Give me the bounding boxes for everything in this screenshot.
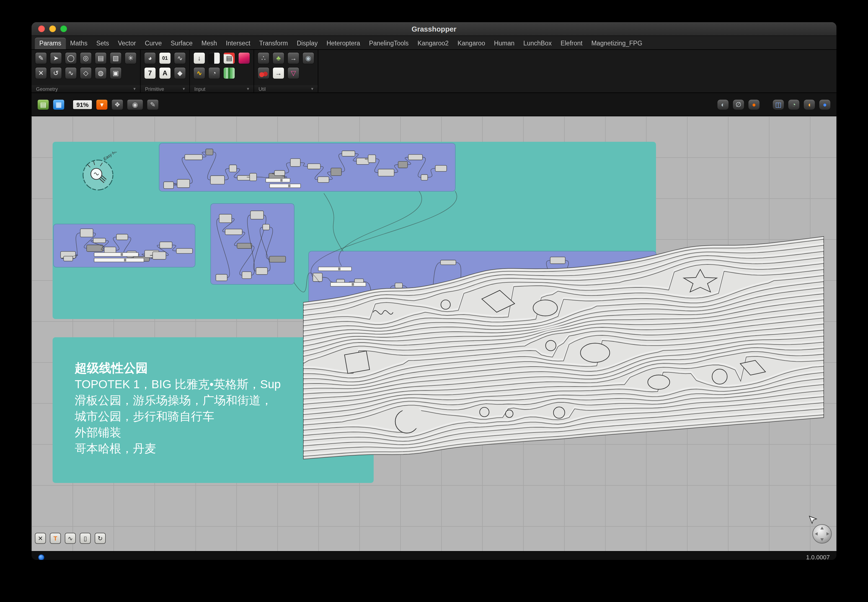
disable-solver-icon[interactable]: ∅ bbox=[732, 99, 745, 110]
brep-param-icon[interactable]: ▣ bbox=[110, 67, 122, 79]
spiral-param-icon[interactable]: ↺ bbox=[50, 67, 62, 79]
menu-tab[interactable]: Elefront bbox=[556, 38, 587, 49]
title-bar[interactable]: Grasshopper bbox=[32, 22, 836, 36]
zoom-dropdown-button[interactable]: ▾ bbox=[96, 99, 108, 110]
description-block: 超级线性公园TOPOTEK 1，BIG 比雅克•英格斯，Sup滑板公园，游乐场操… bbox=[75, 360, 281, 456]
menu-tab[interactable]: Intersect bbox=[221, 38, 255, 49]
menu-tab[interactable]: PanelingTools bbox=[365, 38, 413, 49]
sketch-tool-button[interactable]: ✎ bbox=[147, 99, 159, 110]
canvas-group-purple-c[interactable] bbox=[309, 252, 656, 318]
widget-panel-icon[interactable]: ▯ bbox=[80, 533, 91, 544]
enable-solver-icon[interactable]: ● bbox=[748, 99, 760, 110]
preview-off-icon[interactable]: ◫ bbox=[772, 99, 784, 110]
menu-tab[interactable]: Magnetizing_FPG bbox=[587, 38, 647, 49]
box-param-icon[interactable]: ▧ bbox=[110, 52, 122, 64]
import-file-icon[interactable]: ↓ bbox=[193, 52, 205, 64]
canvas-group-purple-d[interactable] bbox=[54, 224, 195, 267]
data-param-icon[interactable]: ◕ bbox=[144, 52, 156, 64]
chevron-down-icon: ▾ bbox=[311, 86, 313, 91]
description-line: 哥本哈根，丹麦 bbox=[75, 440, 281, 456]
colour-swatch-icon[interactable] bbox=[238, 52, 250, 64]
view-navigation-ball[interactable] bbox=[802, 513, 836, 548]
data-tree-icon[interactable]: ♣ bbox=[272, 52, 285, 64]
menu-tab[interactable]: Curve bbox=[140, 38, 166, 49]
circle-param-icon[interactable]: ◯ bbox=[65, 52, 77, 64]
close-button[interactable] bbox=[38, 26, 45, 32]
hatch-param-icon[interactable]: ▤ bbox=[95, 52, 107, 64]
vector-param-icon[interactable]: ➤ bbox=[50, 52, 62, 64]
ribbon-group-label-input[interactable]: Input▾ bbox=[190, 85, 253, 92]
widget-loupe-icon[interactable]: T bbox=[50, 533, 61, 544]
version-label: 1.0.0007 bbox=[806, 554, 830, 560]
preview-custom-icon[interactable]: ● bbox=[819, 99, 831, 110]
new-document-button[interactable]: ▤ bbox=[37, 99, 49, 110]
widget-compass-icon[interactable]: ↻ bbox=[95, 533, 106, 544]
gradient-icon[interactable] bbox=[223, 67, 235, 79]
menu-tab[interactable]: Transform bbox=[255, 38, 292, 49]
menu-tab[interactable]: Kangaroo bbox=[453, 38, 490, 49]
flask-icon[interactable]: ▽ bbox=[287, 67, 299, 79]
preview-wireframe-icon[interactable]: ◔ bbox=[788, 99, 800, 110]
cherry-picker-icon[interactable] bbox=[258, 67, 270, 79]
grasshopper-canvas[interactable]: Easy Ref 超级线性公园TOPOTEK 1，BIG 比雅克•英格斯，Sup… bbox=[32, 116, 836, 551]
value-list-icon[interactable]: ▤ bbox=[223, 52, 235, 64]
ribbon-group-label-primitive[interactable]: Primitive▾ bbox=[141, 85, 189, 92]
remote-panel-icon[interactable]: ◐ bbox=[717, 99, 729, 110]
mesh-param-icon[interactable]: ◍ bbox=[95, 67, 107, 79]
ribbon-group-label-util[interactable]: Util▾ bbox=[254, 85, 318, 92]
number-slider-icon[interactable]: ◔ bbox=[208, 67, 220, 79]
integer-param-icon[interactable]: 7 bbox=[144, 67, 156, 79]
menu-tab[interactable]: Params bbox=[35, 38, 66, 49]
menu-tab[interactable]: LunchBox bbox=[519, 38, 556, 49]
param-viewer-icon[interactable]: ∴ bbox=[258, 52, 270, 64]
menu-tab[interactable]: Human bbox=[490, 38, 519, 49]
graph-mapper-icon[interactable]: ∿ bbox=[193, 67, 205, 79]
curve-param-icon[interactable]: ∿ bbox=[65, 67, 77, 79]
minimize-button[interactable] bbox=[49, 26, 56, 32]
zoom-extents-button[interactable]: ❖ bbox=[111, 99, 123, 110]
menu-tab[interactable]: Sets bbox=[92, 38, 113, 49]
text-param-icon[interactable]: A bbox=[159, 67, 171, 79]
widget-profiler-icon[interactable]: ✕ bbox=[35, 533, 46, 544]
galapagos-icon[interactable]: ◉ bbox=[302, 52, 314, 64]
status-bar: 1.0.0007 bbox=[32, 551, 836, 560]
file-buttons: ▤▦ bbox=[37, 99, 65, 110]
menu-tab[interactable]: Surface bbox=[166, 38, 197, 49]
menu-tab[interactable]: Mesh bbox=[197, 38, 221, 49]
view-buttons: ▾❖◉✎ bbox=[96, 99, 159, 110]
ribbon-group-label-geometry[interactable]: Geometry▾ bbox=[32, 85, 140, 92]
canvas-group-purple-b[interactable] bbox=[211, 204, 294, 284]
arc-param-icon[interactable]: ◎ bbox=[80, 52, 92, 64]
boolean-param-icon[interactable]: 01 bbox=[159, 52, 171, 64]
plane-param-icon[interactable]: ◇ bbox=[80, 67, 92, 79]
preview-toggle-button[interactable]: ◉ bbox=[127, 99, 143, 110]
deselect-icon[interactable]: ✕ bbox=[35, 67, 47, 79]
component-tab-bar: ParamsMathsSetsVectorCurveSurfaceMeshInt… bbox=[32, 36, 836, 50]
time-param-icon[interactable]: ∿ bbox=[174, 52, 186, 64]
status-info-icon[interactable] bbox=[38, 554, 44, 560]
menu-tab[interactable]: Maths bbox=[66, 38, 92, 49]
ribbon-group-geometry: ✎➤◯◎▤▧✳ ✕↺∿◇◍▣ Geometry▾ bbox=[32, 50, 141, 92]
point-param-icon[interactable]: ✳ bbox=[124, 52, 137, 64]
menu-tab[interactable]: Kangaroo2 bbox=[413, 38, 453, 49]
preview-shaded-icon[interactable]: ◖ bbox=[803, 99, 816, 110]
canvas-toolbar: ▤▦ 91% ▾❖◉✎ ◐∅●◫◔◖● bbox=[32, 93, 836, 116]
canvas-group-purple-a[interactable] bbox=[159, 143, 455, 191]
data-recorder-icon[interactable]: → bbox=[272, 67, 285, 79]
maximize-button[interactable] bbox=[60, 26, 67, 32]
relay-icon[interactable]: → bbox=[287, 52, 299, 64]
menu-tab[interactable]: Vector bbox=[113, 38, 140, 49]
save-button[interactable]: ▦ bbox=[52, 99, 65, 110]
menu-tab[interactable]: Heteroptera bbox=[322, 38, 365, 49]
widget-knot-icon[interactable]: ∿ bbox=[65, 533, 76, 544]
menu-tab[interactable]: Display bbox=[292, 38, 322, 49]
ribbon: ✎➤◯◎▤▧✳ ✕↺∿◇◍▣ Geometry▾ ◕01∿ 7A◆ Primit… bbox=[32, 50, 836, 93]
colour-param-icon[interactable]: ◆ bbox=[174, 67, 186, 79]
canvas-widgets: ✕T∿▯↻ bbox=[35, 533, 106, 544]
zoom-level-label: 91% bbox=[72, 100, 92, 109]
bulb-sketch[interactable]: Easy Ref bbox=[78, 152, 129, 196]
geometry-pipeline-icon[interactable]: ✎ bbox=[35, 52, 47, 64]
bulb-label: Easy Ref bbox=[103, 152, 119, 161]
boolean-toggle-icon[interactable] bbox=[208, 52, 220, 64]
traffic-lights bbox=[38, 26, 67, 32]
